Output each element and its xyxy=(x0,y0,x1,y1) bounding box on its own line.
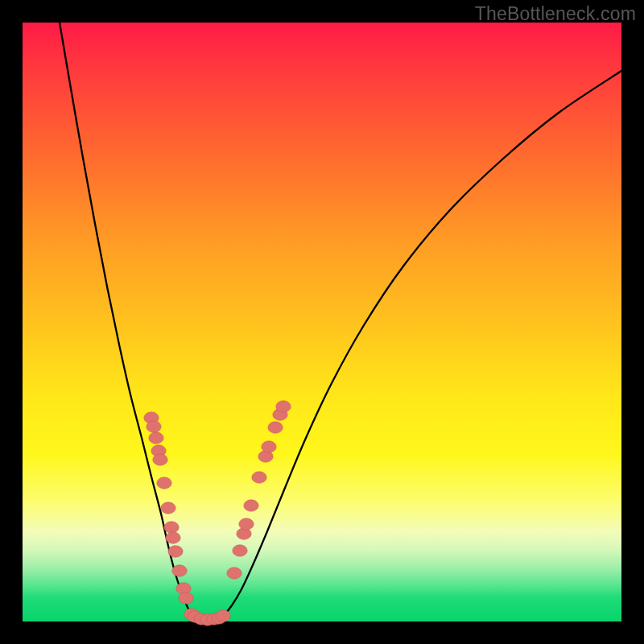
watermark-text: TheBottleneck.com xyxy=(475,3,636,25)
data-point xyxy=(153,454,167,465)
data-point xyxy=(149,432,163,444)
data-point xyxy=(252,472,266,483)
data-point xyxy=(157,477,171,489)
chart-frame: TheBottleneck.com xyxy=(0,0,644,644)
curve-path xyxy=(60,23,621,620)
data-point xyxy=(227,568,242,579)
data-point xyxy=(172,565,187,576)
plot-area xyxy=(23,23,621,621)
data-point xyxy=(244,500,258,511)
data-point xyxy=(239,518,254,530)
data-point xyxy=(161,502,175,514)
data-point xyxy=(233,545,247,556)
data-point xyxy=(268,422,283,433)
data-point xyxy=(276,401,291,412)
data-point xyxy=(166,532,180,543)
bottleneck-curve xyxy=(60,23,621,620)
data-point xyxy=(216,610,230,621)
data-point xyxy=(147,421,161,432)
data-points xyxy=(144,401,291,625)
chart-svg xyxy=(23,23,621,621)
data-point xyxy=(164,522,179,533)
data-point xyxy=(179,592,193,604)
data-point xyxy=(262,441,276,452)
data-point xyxy=(168,546,183,557)
